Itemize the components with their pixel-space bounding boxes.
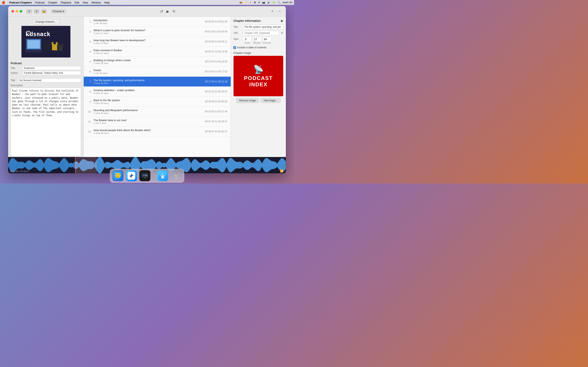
chapter-url-input[interactable] <box>243 31 279 35</box>
dock-safari[interactable] <box>126 170 137 181</box>
chapter-title-field: Title <box>231 24 286 30</box>
podcast-author-input[interactable] <box>22 71 81 75</box>
minimize-button[interactable] <box>16 10 18 13</box>
chapter-info-content: Feeds 1 min 53 secs <box>94 69 203 75</box>
seconds-input-group: Seconds <box>262 37 271 44</box>
view-menu-item[interactable]: View <box>82 1 88 4</box>
chapter-list-item-2[interactable]: 2 What is a peer-to-peer browser for hac… <box>84 27 231 37</box>
chapter-list-item-5[interactable]: 5 Building on things others create 2 min… <box>84 57 231 67</box>
chapter-number: 4 <box>87 50 91 53</box>
chapter-duration: 1 min 2 secs <box>94 122 203 124</box>
chapter-list-item-6[interactable]: 6 Feeds 1 min 53 secs 00:16:00 to 00:17:… <box>84 67 231 77</box>
chapter-image-box: 📡 PODCAST INDEX <box>233 56 283 96</box>
eye-icon[interactable]: 👁 <box>281 31 283 35</box>
url-field-label: URL <box>233 32 241 34</box>
panel-expand-button[interactable]: ▶ <box>281 19 283 23</box>
podcast-menu-item[interactable]: Podcast <box>35 1 45 4</box>
window-menu-item[interactable]: Window <box>91 1 101 4</box>
svg-rect-5 <box>44 42 50 50</box>
search-icon[interactable]: 🔍 <box>277 1 281 4</box>
chapter-image-label: Chapter Image <box>233 51 283 54</box>
radio-icon: 📡 <box>253 65 264 74</box>
help-menu-item[interactable]: Help <box>104 1 110 4</box>
description-textarea[interactable]: Paul Frazee returns to discuss the evolu… <box>11 88 81 156</box>
chapter-title-text: What is a peer-to-peer browser for hacke… <box>94 29 203 32</box>
dock-trash[interactable] <box>171 170 182 181</box>
chapter-list-item-9[interactable]: 9 Back to the file system 3 mins 54 secs… <box>84 97 231 107</box>
playback-controls: ↺ ▶ ↻ <box>160 9 176 14</box>
chapter-list-item-3[interactable]: 3 How long has Beaker been in developmen… <box>84 37 231 47</box>
chapter-image-section: Chapter Image 📡 PODCAST INDEX Remove Ima… <box>231 50 286 104</box>
rewind-button[interactable]: ↺ <box>160 9 163 14</box>
chapter-duration: 2 mins 20 secs <box>94 62 203 64</box>
dropbox-icon: 📦 <box>239 1 242 4</box>
chapter-title-text-input[interactable] <box>243 25 283 29</box>
chapter-menu-item[interactable]: Chapter <box>48 1 57 4</box>
podcast-title-input[interactable] <box>22 66 81 70</box>
chapter-duration: 4 mins 27 secs <box>94 52 203 54</box>
chapter-title-text: Feeds <box>94 69 203 72</box>
playback-icon-btn[interactable]: 📻 <box>41 9 47 14</box>
export-button[interactable]: ⬆ <box>34 9 39 14</box>
forward-button[interactable]: ↻ <box>173 9 176 14</box>
dock-remote-desktop[interactable]: rrdc <box>139 170 150 181</box>
chapter-list-item-10[interactable]: 10 Mounting and filesystem performance 7… <box>84 107 231 117</box>
chapter-info-panel: Chapter Information ▶ Title URL 👁 Start … <box>231 17 286 157</box>
chapter-duration: 4 mins 57 secs <box>94 92 203 94</box>
chapter-list-item-11[interactable]: 11 The Beaker beta is out now! 1 min 2 s… <box>84 117 231 127</box>
panel-header: Chapter Information ▶ <box>231 17 286 24</box>
seconds-input[interactable] <box>262 37 271 42</box>
dock-downloads[interactable] <box>157 170 168 181</box>
add-image-button[interactable]: Add Image... <box>260 98 281 103</box>
change-artwork-button[interactable]: Change Artwork... <box>32 19 60 24</box>
chapter-number: 8 <box>87 90 91 93</box>
chapter-list-item-8[interactable]: 8 Schema definition - a later problem 4 … <box>84 87 231 97</box>
hours-label: Hours <box>245 42 250 44</box>
close-button[interactable] <box>11 10 14 13</box>
remove-chapter-button[interactable]: − <box>277 9 283 14</box>
podcast-index-image: 📡 PODCAST INDEX <box>233 56 283 96</box>
chapter-title-text: Building on things others create <box>94 59 203 62</box>
chapter-info-content: Building on things others create 2 mins … <box>94 59 203 64</box>
presets-button[interactable]: Presets ▾ <box>51 9 66 13</box>
chapter-number: 9 <box>87 100 91 103</box>
playback-menu-item[interactable]: Playback <box>61 1 71 4</box>
maximize-button[interactable] <box>20 10 22 13</box>
remove-image-button[interactable]: Remove Image <box>236 98 259 103</box>
dock-finder[interactable]: 🙂 <box>112 170 123 181</box>
app-window: ⬆ ⬆ 📻 Presets ▾ ↺ ▶ ↻ + − Change Artwork… <box>8 6 286 173</box>
chapter-time-range: 00:01:39 to 00:03:56 <box>205 30 227 33</box>
minutes-input[interactable] <box>252 37 261 42</box>
battery-icon: 🔋 <box>272 1 276 4</box>
svg-rect-17 <box>62 43 63 45</box>
presets-arrow: ▾ <box>63 10 64 13</box>
panel-title: Chapter Information <box>233 19 261 22</box>
svg-rect-14 <box>56 42 58 45</box>
chapter-title-text: Mounting and filesystem performance <box>94 109 203 112</box>
chapter-list-item-12[interactable]: 12 How should people think about the Bea… <box>84 127 231 137</box>
app-menu-item[interactable]: Podcast Chapters <box>9 1 32 4</box>
chapter-list-item-7[interactable]: 7 The file system, querying, and perform… <box>84 77 231 87</box>
svg-point-11 <box>27 32 29 34</box>
chapter-time-range: 00:17:54 to 00:21:10 <box>205 80 227 83</box>
chapter-list-item-4[interactable]: 4 Parts involved in Beaker 4 mins 27 sec… <box>84 47 231 57</box>
add-chapter-button[interactable]: + <box>269 9 275 14</box>
hours-input[interactable] <box>243 37 252 42</box>
waveform-icon: 📶 <box>280 169 283 173</box>
chapter-duration: 3 mins 54 secs <box>94 102 203 104</box>
svg-point-44 <box>177 175 177 176</box>
chapter-duration: 7 mins 42 secs <box>94 112 203 114</box>
chapter-title-input[interactable] <box>18 78 81 82</box>
play-button[interactable]: ▶ <box>166 9 169 14</box>
chapter-title-label: Title <box>11 79 16 82</box>
chapter-title-text: How long has Beaker been in development? <box>94 39 203 42</box>
share-button[interactable]: ⬆ <box>26 9 32 14</box>
apple-menu[interactable]: 🍎 <box>2 1 5 4</box>
chapter-number: 2 <box>87 30 91 33</box>
edit-menu-item[interactable]: Edit <box>75 1 79 4</box>
chapter-list-item-1[interactable]: 1 Introduction 1 min 39 secs 00:00:00 to… <box>84 17 231 27</box>
toc-checkbox[interactable] <box>233 46 236 49</box>
toc-label[interactable]: Include in table of contents <box>237 46 267 49</box>
chapter-title-text: The Beaker beta is out now! <box>94 119 203 122</box>
presets-label: Presets <box>53 10 62 13</box>
